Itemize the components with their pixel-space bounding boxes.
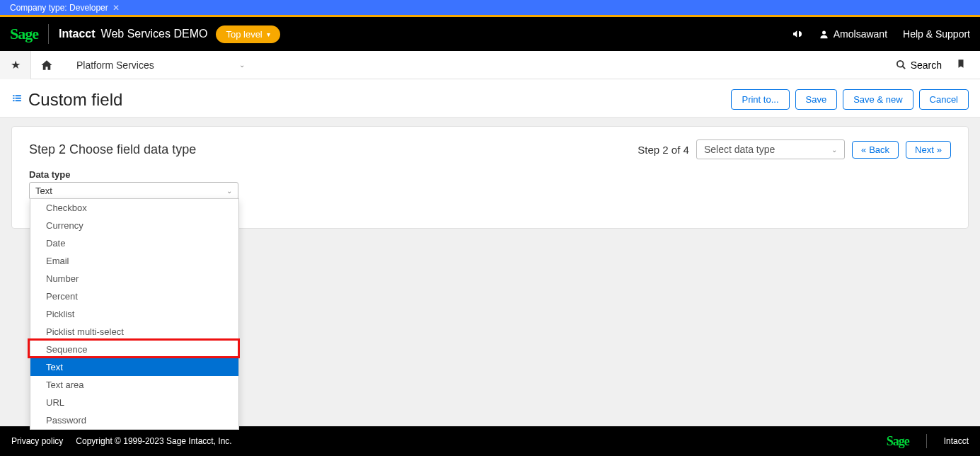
- nav-bar: ★ Platform Services ⌄ Search: [0, 51, 980, 79]
- datatype-dropdown-list[interactable]: CheckboxCurrencyDateEmailNumberPercentPi…: [30, 198, 239, 430]
- chevron-left-icon: «: [861, 144, 866, 155]
- back-button[interactable]: « Back: [852, 141, 899, 159]
- print-button[interactable]: Print to...: [731, 89, 789, 110]
- announcements-icon[interactable]: [792, 28, 803, 40]
- svg-point-1: [897, 61, 904, 67]
- company-type-label: Company type: Developer: [10, 3, 108, 13]
- env-name: Web Services DEMO: [101, 28, 208, 40]
- datatype-option[interactable]: Checkbox: [30, 199, 238, 217]
- select-data-type-dropdown[interactable]: Select data type ⌄: [696, 139, 845, 159]
- help-support-link[interactable]: Help & Support: [903, 28, 970, 40]
- cancel-button[interactable]: Cancel: [919, 89, 969, 110]
- datatype-option[interactable]: Currency: [30, 217, 238, 234]
- product-name: Intacct: [59, 28, 96, 40]
- chevron-right-icon: »: [937, 144, 942, 155]
- home-icon[interactable]: [31, 59, 62, 72]
- page-title: Custom field: [28, 90, 122, 110]
- select-placeholder: Select data type: [704, 144, 775, 155]
- search-label: Search: [911, 59, 942, 71]
- divider: [926, 434, 927, 448]
- module-selector[interactable]: Platform Services ⌄: [76, 59, 245, 71]
- copyright-text: Copyright © 1999-2023 Sage Intacct, Inc.: [76, 436, 231, 446]
- footer-sage-logo: Sage: [887, 434, 909, 449]
- datatype-option[interactable]: Picklist multi-select: [30, 323, 238, 341]
- module-name: Platform Services: [76, 59, 154, 71]
- datatype-option[interactable]: URL: [30, 394, 238, 411]
- privacy-link[interactable]: Privacy policy: [11, 436, 63, 446]
- favorites-star-icon[interactable]: ★: [0, 51, 31, 79]
- footer: Privacy policy Copyright © 1999-2023 Sag…: [0, 426, 980, 456]
- list-icon[interactable]: [11, 93, 23, 106]
- divider: [48, 24, 49, 44]
- chevron-down-icon: ▾: [267, 30, 270, 38]
- svg-rect-4: [16, 95, 21, 96]
- datatype-option[interactable]: Sequence: [30, 341, 238, 358]
- chevron-down-icon: ⌄: [239, 61, 245, 69]
- svg-rect-6: [16, 97, 21, 98]
- svg-rect-7: [13, 100, 14, 101]
- chevron-down-icon: ⌄: [226, 187, 232, 195]
- datatype-option[interactable]: Date: [30, 234, 238, 252]
- save-new-button[interactable]: Save & new: [843, 89, 913, 110]
- datatype-option[interactable]: Text area: [30, 376, 238, 394]
- chevron-down-icon: ⌄: [831, 146, 837, 154]
- save-button[interactable]: Save: [795, 89, 838, 110]
- top-level-selector[interactable]: Top level ▾: [216, 25, 279, 43]
- company-type-bar: Company type: Developer ✕: [0, 0, 980, 17]
- top-level-label: Top level: [226, 29, 262, 40]
- datatype-option[interactable]: Password: [30, 411, 238, 429]
- svg-rect-3: [13, 95, 14, 96]
- footer-product: Intacct: [944, 436, 969, 446]
- svg-point-0: [822, 30, 826, 34]
- svg-line-2: [902, 66, 905, 69]
- datatype-option[interactable]: Picklist: [30, 305, 238, 323]
- user-name: Amolsawant: [834, 28, 887, 40]
- datatype-label: Data type: [29, 169, 951, 180]
- app-header: Sage Intacct Web Services DEMO Top level…: [0, 17, 980, 51]
- step-counter: Step 2 of 4: [638, 144, 689, 156]
- bookmark-icon[interactable]: [956, 58, 966, 72]
- datatype-option[interactable]: Percent: [30, 287, 238, 305]
- datatype-option[interactable]: Number: [30, 270, 238, 287]
- search-button[interactable]: Search: [896, 59, 942, 71]
- datatype-option[interactable]: Text: [30, 358, 238, 376]
- datatype-option[interactable]: Email: [30, 252, 238, 270]
- next-button[interactable]: Next »: [906, 141, 951, 159]
- sage-logo: Sage: [10, 25, 38, 43]
- svg-rect-5: [13, 97, 14, 98]
- step-title: Step 2 Choose field data type: [29, 142, 196, 157]
- close-icon[interactable]: ✕: [113, 3, 120, 13]
- datatype-select[interactable]: Text ⌄: [29, 182, 238, 200]
- page-header: Custom field Print to... Save Save & new…: [0, 79, 980, 118]
- svg-rect-8: [16, 100, 21, 101]
- datatype-value: Text: [35, 186, 52, 196]
- user-menu[interactable]: Amolsawant: [819, 28, 887, 40]
